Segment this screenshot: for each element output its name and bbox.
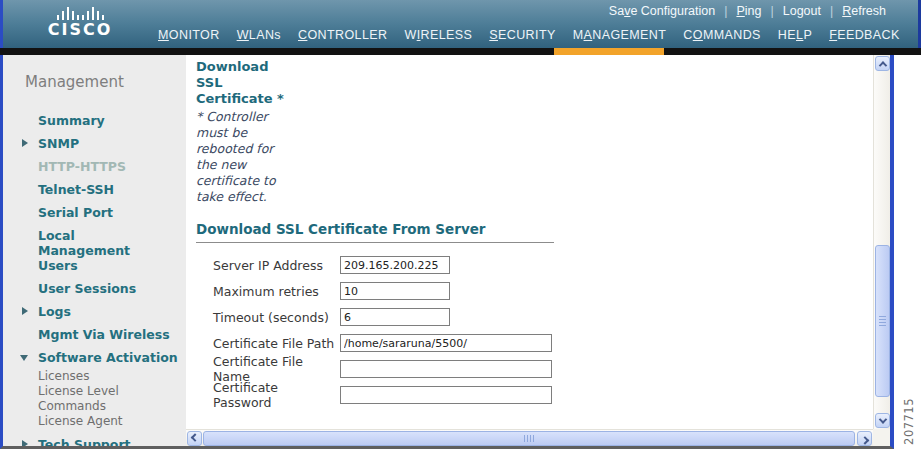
form-row: Certificate File Name xyxy=(213,356,873,382)
link-separator: | xyxy=(770,4,773,18)
link-separator: | xyxy=(830,4,833,18)
cert-file-name-input[interactable] xyxy=(340,360,552,378)
form-row: Certificate Password xyxy=(213,382,873,408)
brand-text: CISCO xyxy=(35,20,125,39)
sidebar-item-logs[interactable]: Logs xyxy=(3,304,186,319)
sidebar-item-user-sessions[interactable]: User Sessions xyxy=(3,281,186,296)
sidebar-subitem-licenses[interactable]: Licenses xyxy=(38,369,186,384)
scroll-right-button[interactable] xyxy=(857,431,872,446)
sidebar-item-tech-support[interactable]: Tech Support xyxy=(3,437,186,446)
vertical-scrollbar[interactable] xyxy=(873,55,890,429)
chevron-right-icon[interactable] xyxy=(22,307,28,315)
access-key: g xyxy=(797,4,804,18)
wlc-admin-screen: CISCO Save Configuration | Ping | Logout… xyxy=(0,0,921,449)
nav-wireless[interactable]: WIRELESS xyxy=(404,28,472,42)
scroll-left-button[interactable] xyxy=(187,431,202,446)
sidebar-item-summary[interactable]: Summary xyxy=(3,113,186,128)
nav-underline-bar xyxy=(0,48,921,55)
form-row: Server IP Address xyxy=(213,252,873,278)
max-retries-label: Maximum retries xyxy=(213,284,340,299)
sidebar: Management Summary SNMP HTTP-HTTPS Telne… xyxy=(3,55,186,446)
reboot-note: * Controller must be rebooted for the ne… xyxy=(196,109,294,205)
form-row: Certificate File Path xyxy=(213,330,873,356)
sidebar-item-software-activation[interactable]: Software Activation xyxy=(3,350,186,365)
nav-controller[interactable]: CONTROLLER xyxy=(298,28,387,42)
horizontal-scrollbar[interactable] xyxy=(186,429,873,446)
cert-password-input[interactable] xyxy=(340,386,552,404)
chevron-down-icon xyxy=(878,415,886,423)
cert-file-path-input[interactable] xyxy=(340,334,552,352)
section-divider xyxy=(196,242,554,243)
software-activation-sublist: Licenses License Level Commands License … xyxy=(38,369,186,429)
timeout-input[interactable] xyxy=(340,308,450,326)
nav-wlans[interactable]: WLANs xyxy=(237,28,281,42)
sidebar-item-telnet-ssh[interactable]: Telnet-SSH xyxy=(3,182,186,197)
chevron-right-icon[interactable] xyxy=(22,440,28,446)
sidebar-subitem-commands[interactable]: Commands xyxy=(38,399,186,414)
sidebar-title: Management xyxy=(25,73,186,91)
sidebar-item-serial-port[interactable]: Serial Port xyxy=(3,205,186,220)
cert-password-label: Certificate Password xyxy=(213,380,340,410)
access-key: S xyxy=(489,28,498,42)
download-certificate-form: Server IP Address Maximum retries Timeou… xyxy=(196,252,873,408)
chevron-down-icon[interactable] xyxy=(20,355,28,361)
sidebar-item-http-https[interactable]: HTTP-HTTPS xyxy=(3,159,186,174)
scrollbar-grip xyxy=(524,435,534,442)
access-key: R xyxy=(842,4,851,18)
sidebar-item-local-management-users[interactable]: Local Management Users xyxy=(3,228,163,273)
sidebar-item-snmp[interactable]: SNMP xyxy=(3,136,186,151)
save-configuration-link[interactable]: Save Configuration xyxy=(609,4,715,18)
nav-management[interactable]: MANAGEMENT xyxy=(573,28,667,42)
cisco-logo-bars-icon xyxy=(35,5,125,20)
access-key: M xyxy=(158,28,169,42)
chevron-right-icon xyxy=(860,436,868,444)
chevron-up-icon xyxy=(878,61,886,69)
nav-feedback[interactable]: FEEDBACK xyxy=(829,28,900,42)
cert-file-path-label: Certificate File Path xyxy=(213,336,340,351)
scroll-up-button[interactable] xyxy=(875,56,890,71)
section-title: Download SSL Certificate From Server xyxy=(196,221,873,237)
nav-help[interactable]: HELP xyxy=(778,28,812,42)
form-row: Timeout (seconds) xyxy=(213,304,873,330)
access-key: W xyxy=(237,28,249,42)
access-key: O xyxy=(693,28,703,42)
timeout-label: Timeout (seconds) xyxy=(213,310,340,325)
sidebar-subitem-license-level[interactable]: License Level xyxy=(38,384,186,399)
content-area: Download SSL Certificate * * Controller … xyxy=(186,55,890,446)
chevron-left-icon xyxy=(190,433,198,441)
chevron-right-icon[interactable] xyxy=(22,139,28,147)
header: CISCO Save Configuration | Ping | Logout… xyxy=(0,0,921,48)
nav-commands[interactable]: COMMANDS xyxy=(683,28,761,42)
access-key: F xyxy=(829,28,837,42)
utility-links: Save Configuration | Ping | Logout | Ref… xyxy=(3,0,918,21)
horizontal-scrollbar-thumb[interactable] xyxy=(203,431,855,446)
server-ip-label: Server IP Address xyxy=(213,258,340,273)
logout-link[interactable]: Logout xyxy=(783,4,821,18)
access-key: A xyxy=(584,28,593,42)
sidebar-subitem-license-agent[interactable]: License Agent xyxy=(38,414,186,429)
main-nav: MONITOR WLANs CONTROLLER WIRELESS SECURI… xyxy=(158,21,918,48)
scrollbar-grip xyxy=(879,316,886,328)
vertical-scrollbar-thumb[interactable] xyxy=(875,245,890,397)
scrollbar-corner xyxy=(873,429,890,446)
figure-strip: 207715 xyxy=(894,55,921,449)
access-key: P xyxy=(736,4,744,18)
nav-security[interactable]: SECURITY xyxy=(489,28,555,42)
max-retries-input[interactable] xyxy=(340,282,450,300)
sidebar-item-mgmt-via-wireless[interactable]: Mgmt Via Wireless xyxy=(3,327,186,342)
ping-link[interactable]: Ping xyxy=(736,4,761,18)
cisco-logo: CISCO xyxy=(35,5,125,39)
active-tab-indicator xyxy=(554,48,664,55)
nav-monitor[interactable]: MONITOR xyxy=(158,28,220,42)
refresh-link[interactable]: Refresh xyxy=(842,4,886,18)
form-row: Maximum retries xyxy=(213,278,873,304)
page-title: Download SSL Certificate * xyxy=(196,59,288,107)
server-ip-input[interactable] xyxy=(340,256,450,274)
figure-number: 207715 xyxy=(902,398,916,445)
link-separator: | xyxy=(724,4,727,18)
scroll-down-button[interactable] xyxy=(875,413,890,428)
